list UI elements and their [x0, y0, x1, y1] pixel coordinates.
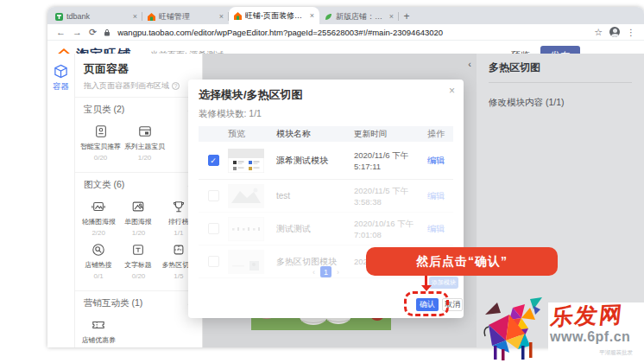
- row-checkbox[interactable]: [208, 190, 219, 201]
- module-thumbnail: [228, 184, 276, 208]
- series-theme-icon: [138, 124, 152, 138]
- table-row: 测试测试 2020/10/16 下午7:01:08 编辑: [199, 213, 453, 245]
- url-text[interactable]: wangpu.taobao.com/editor/wpPageEditor.ht…: [117, 28, 587, 37]
- modal-title: 选择模块/多热区切图: [188, 80, 464, 103]
- tab-new-shop[interactable]: 新版店铺：首页&旺铺&小程序首 ×: [319, 9, 399, 24]
- table-row: ✓ 源希测试模块 2020/11/6 下午5:17:11 编辑: [199, 142, 453, 180]
- close-icon[interactable]: ×: [449, 85, 455, 97]
- panel-title: 页面容器: [75, 54, 202, 77]
- row-checkbox-checked[interactable]: ✓: [208, 155, 219, 166]
- module-count: 1/1: [174, 229, 183, 237]
- tab-title: 新版店铺：首页&旺铺&小程序首: [336, 11, 386, 22]
- tab-page-editor-active[interactable]: 旺铺-页面装修编辑器 ×: [229, 7, 319, 24]
- section-items: 轮播图海报 2/20 单图海报 1/20 排行榜 1/1: [75, 195, 202, 290]
- module-item-single-poster[interactable]: 单图海报 1/20: [118, 197, 158, 240]
- module-name: 轮播图海报: [82, 217, 116, 226]
- container-cube-icon[interactable]: [54, 64, 68, 79]
- browser-menu-icon[interactable]: ⋮: [627, 28, 635, 37]
- module-count: 1/20: [132, 229, 146, 237]
- module-item-series-theme[interactable]: 系列主题宝贝 1/20: [123, 122, 167, 165]
- table-row: test 2020/11/5 下午3:58:38 编辑: [199, 180, 453, 213]
- coupon-icon: [92, 318, 105, 332]
- section-label: 宝贝类 (2): [84, 104, 124, 116]
- smart-recommend-icon: [94, 124, 108, 138]
- module-name: 智能宝贝推荐: [80, 142, 121, 151]
- tab-close-icon[interactable]: ×: [310, 11, 314, 20]
- refresh-icon[interactable]: ⟳: [89, 28, 97, 37]
- right-panel-subtitle[interactable]: 修改模块内容 (1/1): [489, 97, 632, 109]
- ranking-trophy-icon: [172, 200, 186, 213]
- module-row-updated: 2020/10/16 下午7:01:08: [354, 219, 427, 239]
- carousel-poster-icon: [92, 200, 105, 213]
- page-number[interactable]: 1: [320, 266, 331, 277]
- watermark-site-name: 乐发网: [549, 300, 625, 333]
- text-title-icon: [131, 243, 145, 257]
- bookmark-star-icon[interactable]: ☆: [594, 27, 603, 38]
- new-tab-button[interactable]: +: [399, 9, 414, 24]
- edit-link[interactable]: 编辑: [427, 156, 445, 165]
- table-header-row: 预览 模块名称 更新时间 操作: [199, 126, 453, 142]
- add-module-button[interactable]: 添加模块: [429, 277, 458, 289]
- wangpu-favicon-icon: [234, 12, 242, 20]
- browser-url-bar: ← → ⟳ wangpu.taobao.com/editor/wpPageEdi…: [47, 24, 644, 41]
- wangpu-favicon-icon: [148, 13, 155, 21]
- col-name: 模块名称: [276, 128, 354, 140]
- tab-title: 旺铺管理: [159, 11, 216, 22]
- watermark-site-url: www.6pf.cn: [550, 329, 630, 345]
- callout-arrowhead-icon: [421, 285, 432, 291]
- module-row-updated: 2020/11/5 下午3:58:38: [354, 186, 427, 207]
- back-icon[interactable]: ←: [56, 28, 66, 37]
- hotspot-slice-icon: [172, 243, 186, 257]
- module-thumbnail: [228, 149, 276, 173]
- select-module-modal: × 选择模块/多热区切图 装修模块数: 1/1 预览 模块名称 更新时间 操作 …: [188, 80, 464, 318]
- edit-link[interactable]: 编辑: [427, 191, 445, 201]
- module-row-updated: 2020/11/6 下午5:17:11: [354, 150, 427, 171]
- help-icon[interactable]: ?: [172, 82, 180, 90]
- right-panel-title: 多热区切图: [489, 60, 632, 83]
- section-label: 营销互动类 (1): [84, 297, 142, 309]
- tab-title: 旺铺-页面装修编辑器: [245, 10, 306, 22]
- row-checkbox[interactable]: [208, 223, 219, 234]
- tab-title: tdbank: [66, 12, 129, 21]
- shop-hot-search-icon: [92, 243, 105, 257]
- module-name: 单图海报: [125, 217, 152, 226]
- module-count: 0/20: [132, 272, 146, 280]
- tab-close-icon[interactable]: ×: [389, 12, 394, 21]
- module-item-shop-hot-search[interactable]: 店铺热搜 0/1: [79, 240, 118, 283]
- panel-collapse-icon[interactable]: ‹: [468, 59, 471, 69]
- tab-close-icon[interactable]: ×: [133, 12, 137, 21]
- module-item-coupon[interactable]: 店铺优惠券 0/1: [79, 315, 118, 347]
- forward-icon[interactable]: →: [73, 28, 82, 37]
- browser-tab-strip: tdbank × 旺铺管理 × 旺铺-页面装修编辑器 ×: [47, 7, 644, 24]
- tab-tdbank[interactable]: tdbank ×: [50, 9, 142, 24]
- watermark-tagline: 平湖服装批发: [599, 349, 633, 357]
- module-thumbnail: [228, 217, 276, 241]
- edit-link[interactable]: 编辑: [427, 224, 445, 233]
- module-count: 1/20: [138, 154, 152, 162]
- tdbank-favicon-icon: [55, 13, 63, 21]
- section-header-tuwen[interactable]: 图文类 (6): [75, 172, 202, 195]
- module-item-carousel-poster[interactable]: 轮播图海报 2/20: [79, 197, 118, 240]
- col-action: 操作: [427, 128, 453, 140]
- page-next-icon[interactable]: ›: [337, 268, 339, 277]
- screenshot-stage: tdbank × 旺铺管理 × 旺铺-页面装修编辑器 ×: [0, 0, 644, 363]
- rail-container-label[interactable]: 容器: [53, 81, 69, 92]
- section-label: 图文类 (6): [84, 179, 124, 191]
- section-header-baobei[interactable]: 宝贝类 (2): [75, 97, 202, 120]
- module-count: 1/5: [174, 272, 183, 280]
- tab-wangpu-manage[interactable]: 旺铺管理 ×: [142, 9, 229, 24]
- section-header-marketing[interactable]: 营销互动类 (1): [75, 290, 202, 314]
- module-row-name: 源希测试模块: [276, 155, 354, 167]
- module-name: 店铺热搜: [85, 260, 112, 270]
- page-prev-icon[interactable]: ‹: [313, 268, 315, 277]
- leaf-favicon-icon: [325, 13, 332, 21]
- profile-avatar[interactable]: [609, 27, 620, 37]
- watermark-bull-logo: [480, 296, 559, 361]
- col-preview: 预览: [228, 128, 276, 140]
- module-count: 0/20: [94, 154, 108, 162]
- module-row-name: test: [276, 191, 354, 201]
- tab-close-icon[interactable]: ×: [219, 12, 224, 21]
- module-item-smart-recommend[interactable]: 智能宝贝推荐 0/20: [79, 122, 123, 165]
- module-item-text-title[interactable]: 文字标题 0/20: [118, 240, 158, 283]
- panel-hint-text: 拖入页面容器到画布区域: [84, 80, 169, 92]
